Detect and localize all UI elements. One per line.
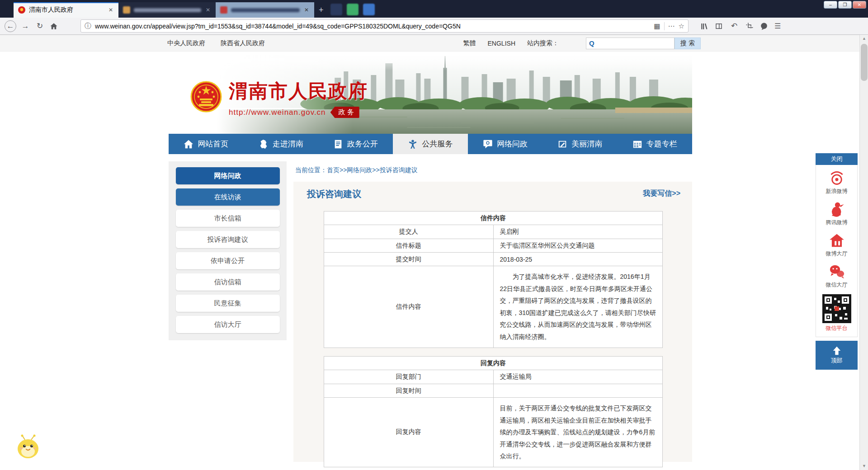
utility-bar: 中央人民政府 陕西省人民政府 繁體 ENGLISH 站内搜索： Q 搜 索 bbox=[0, 35, 868, 52]
link-shaanxi-gov[interactable]: 陕西省人民政府 bbox=[221, 39, 265, 47]
mascot-widget[interactable] bbox=[16, 434, 41, 461]
search-input[interactable] bbox=[597, 40, 677, 47]
sidebar-toggle-icon[interactable] bbox=[715, 22, 723, 30]
calendar-grid-icon bbox=[632, 139, 642, 149]
map-icon bbox=[259, 139, 269, 149]
tencent-weibo-link[interactable]: 腾讯微博 bbox=[826, 201, 848, 226]
nav-item-ask-politics[interactable]: 网络问政 bbox=[468, 134, 542, 154]
search-button[interactable]: 搜 索 bbox=[675, 38, 701, 49]
reply-content-label: 回复内容 bbox=[324, 398, 494, 467]
breadcrumb-link-wenzheng[interactable]: 网络问政 bbox=[347, 166, 372, 174]
sidebar-item-apply-disclosure[interactable]: 依申请公开 bbox=[176, 252, 280, 269]
site-logo[interactable]: 渭南市人民政府 http://www.weinan.gov.cn 政 务 bbox=[190, 79, 368, 124]
scroll-down-icon[interactable]: ▼ bbox=[860, 462, 868, 470]
tab-close-icon[interactable]: ✕ bbox=[205, 7, 211, 13]
sidebar-item-petition-mailbox[interactable]: 信访信箱 bbox=[176, 273, 280, 291]
tab-weinan-gov[interactable]: 渭南市人民政府 ✕ bbox=[14, 2, 118, 18]
social-panel-body: 新浪微博 腾讯微博 微博大厅 bbox=[816, 165, 858, 337]
reload-icon[interactable]: ↻ bbox=[33, 21, 47, 31]
site-search-label: 站内搜索： bbox=[527, 39, 559, 47]
qr-page-icon[interactable]: ▦ bbox=[654, 22, 660, 30]
sidebar-item-complaint-suggestion[interactable]: 投诉咨询建议 bbox=[176, 231, 280, 248]
close-panel-button[interactable]: 关闭 bbox=[816, 153, 858, 165]
weibo-hall-house-icon bbox=[828, 232, 845, 249]
nav-item-beautiful-weinan[interactable]: 美丽渭南 bbox=[542, 134, 617, 154]
gov-affairs-badge: 政 务 bbox=[330, 107, 359, 118]
link-traditional[interactable]: 繁體 bbox=[463, 39, 476, 47]
site-search-box[interactable]: Q bbox=[586, 38, 675, 49]
wechat-hall-link[interactable]: 微信大厅 bbox=[826, 263, 848, 289]
back-icon[interactable]: ← bbox=[5, 20, 16, 32]
sidebar-item-opinion-collect[interactable]: 民意征集 bbox=[176, 295, 280, 312]
tab-close-icon[interactable]: ✕ bbox=[108, 7, 114, 13]
screen: 渭南市人民政府 ✕ ✕ ✕ + – ❐ ✕ ← → ↻ ⓘ bbox=[0, 0, 868, 470]
url-bar[interactable]: ⓘ www.weinan.gov.cn/appeal/view.jsp?tm_i… bbox=[80, 19, 689, 33]
bookmark-star-icon[interactable]: ☆ bbox=[679, 22, 684, 30]
sidebar-item-mayor-mailbox[interactable]: 市长信箱 bbox=[176, 210, 280, 227]
back-to-top-button[interactable]: 顶部 bbox=[816, 341, 858, 370]
page-title: 投诉咨询建议 bbox=[307, 188, 361, 200]
reply-time-value bbox=[493, 384, 663, 398]
breadcrumb-link-home[interactable]: 首页 bbox=[327, 166, 340, 174]
pinned-tab-2[interactable] bbox=[347, 4, 359, 15]
weibo-hall-label: 微博大厅 bbox=[826, 250, 848, 258]
undo-icon[interactable]: ↶ bbox=[729, 21, 739, 31]
sina-weibo-label: 新浪微博 bbox=[826, 188, 848, 195]
nav-item-home[interactable]: 网站首页 bbox=[169, 134, 243, 154]
weibo-hall-link[interactable]: 微博大厅 bbox=[826, 232, 848, 258]
pinned-tab-1[interactable] bbox=[330, 4, 342, 15]
tab-title: 渭南市人民政府 bbox=[29, 6, 104, 14]
scrollbar-thumb[interactable] bbox=[861, 44, 868, 81]
page-scrollbar[interactable]: ▲ ▼ bbox=[859, 35, 868, 470]
link-central-gov[interactable]: 中央人民政府 bbox=[167, 39, 205, 47]
letter-title-label: 信件标题 bbox=[324, 239, 494, 253]
menu-icon[interactable]: ☰ bbox=[774, 22, 781, 30]
sidebar-item-online-interview[interactable]: 在线访谈 bbox=[176, 188, 280, 206]
reply-content-value: 目前，关于两区开通公交专线的批复文件已下发两区交通运输局，两区相关运输企业目前正… bbox=[493, 398, 663, 467]
browser-titlebar: 渭南市人民政府 ✕ ✕ ✕ + – ❐ ✕ bbox=[0, 0, 868, 18]
sidebar-item-wangluowenzheng[interactable]: 网络问政 bbox=[176, 167, 280, 184]
write-letter-link[interactable]: 我要写信>> bbox=[643, 189, 680, 198]
nav-item-special-columns[interactable]: 专题专栏 bbox=[618, 134, 692, 154]
breadcrumb: 当前位置：首页>>网络问政>>投诉咨询建议 bbox=[295, 166, 418, 174]
letter-table: 信件内容 提交人 吴启刚 信件标题 关于临渭区至华州区公共交通问题 提交时间 2… bbox=[324, 211, 663, 348]
page-actions-icon[interactable]: ⋯ bbox=[668, 22, 675, 30]
tab-blurred-3[interactable]: ✕ bbox=[216, 2, 314, 18]
pinned-tab-3[interactable] bbox=[363, 4, 375, 15]
site-info-icon[interactable]: ⓘ bbox=[85, 22, 91, 30]
maximize-button[interactable]: ❐ bbox=[838, 1, 852, 9]
breadcrumb-prefix: 当前位置： bbox=[295, 166, 327, 174]
pocket-chat-icon[interactable] bbox=[760, 22, 768, 30]
submitter-value: 吴启刚 bbox=[493, 225, 663, 239]
chat-bubble-icon bbox=[483, 139, 493, 149]
sidebar-item-petition-hall[interactable]: 信访大厅 bbox=[176, 316, 280, 333]
nav-label: 专题专栏 bbox=[646, 139, 677, 149]
home-nav-icon bbox=[184, 139, 193, 149]
minimize-button[interactable]: – bbox=[824, 1, 837, 9]
social-float-panel: 关闭 新浪微博 腾讯微博 bbox=[816, 153, 858, 370]
breadcrumb-separator: >> bbox=[372, 166, 379, 174]
reply-table: 回复内容 回复部门 交通运输局 回复时间 回复内容 目前，关于两区开通公交专线的… bbox=[324, 356, 663, 467]
submit-time-value: 2018-03-25 bbox=[493, 253, 663, 266]
breadcrumb-separator: >> bbox=[340, 166, 347, 174]
url-text[interactable]: www.weinan.gov.cn/appeal/view.jsp?tm_id=… bbox=[95, 23, 650, 30]
breadcrumb-link-complaint[interactable]: 投诉咨询建议 bbox=[380, 166, 418, 174]
tencent-weibo-label: 腾讯微博 bbox=[826, 219, 848, 226]
letter-content-label: 信件内容 bbox=[324, 266, 494, 348]
new-tab-button[interactable]: + bbox=[314, 5, 328, 18]
home-icon[interactable] bbox=[50, 22, 58, 30]
national-emblem-icon bbox=[190, 79, 222, 124]
screenshot-crop-icon[interactable] bbox=[745, 22, 754, 30]
scroll-up-icon[interactable]: ▲ bbox=[860, 35, 868, 42]
sina-weibo-link[interactable]: 新浪微博 bbox=[826, 169, 848, 195]
search-icon: Q bbox=[586, 39, 597, 47]
link-english[interactable]: ENGLISH bbox=[488, 40, 515, 47]
close-button[interactable]: ✕ bbox=[853, 1, 866, 9]
library-icon[interactable] bbox=[700, 22, 708, 30]
tab-blurred-2[interactable]: ✕ bbox=[118, 2, 216, 18]
nav-item-about-weinan[interactable]: 走进渭南 bbox=[243, 134, 318, 154]
forward-icon[interactable]: → bbox=[18, 22, 33, 31]
tab-close-icon[interactable]: ✕ bbox=[303, 7, 310, 13]
nav-item-gov-info[interactable]: 政务公开 bbox=[318, 134, 393, 154]
nav-item-public-service[interactable]: 公共服务 bbox=[393, 134, 467, 154]
